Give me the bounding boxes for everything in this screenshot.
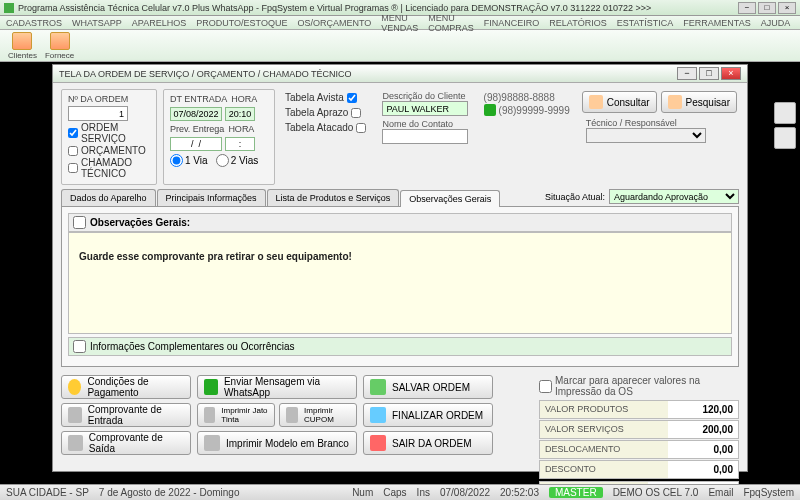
- chk-chamado[interactable]: [68, 163, 78, 173]
- menu-financeiro[interactable]: FINANCEIRO: [484, 18, 540, 28]
- enviar-whatsapp-button[interactable]: Enviar Mensagem via WhatsApp: [197, 375, 357, 399]
- app-icon: [4, 3, 14, 13]
- toolbar-clientes[interactable]: Clientes: [6, 32, 39, 60]
- valor-servicos: 200,00: [668, 421, 738, 438]
- menu-relatorios[interactable]: RELATÓRIOS: [549, 18, 606, 28]
- document-icon: [68, 407, 82, 423]
- comp-saida-button[interactable]: Comprovante de Saída: [61, 431, 191, 455]
- menu-vendas[interactable]: MENU VENDAS: [381, 13, 418, 33]
- tech-label: Técnico / Responsável: [586, 118, 706, 128]
- observations-textarea[interactable]: Guarde esse comprovante pra retirar o se…: [68, 232, 732, 334]
- comp-entrada-button[interactable]: Comprovante de Entrada: [61, 403, 191, 427]
- menu-ajuda[interactable]: AJUDA: [761, 18, 791, 28]
- menu-cadastros[interactable]: CADASTROS: [6, 18, 62, 28]
- coin-icon: [68, 379, 81, 395]
- chk-aprazo[interactable]: [351, 108, 361, 118]
- entry-date-input[interactable]: [170, 107, 222, 121]
- main-toolbar: Clientes Fornece: [0, 30, 800, 62]
- situation-label: Situação Atual:: [545, 192, 605, 202]
- menu-ferramentas[interactable]: FERRAMENTAS: [683, 18, 750, 28]
- window-controls: − □ ×: [738, 2, 796, 14]
- save-icon: [370, 379, 386, 395]
- status-date-long: 7 de Agosto de 2022 - Domingo: [99, 487, 240, 498]
- status-time: 20:52:03: [500, 487, 539, 498]
- dialog-close[interactable]: ×: [721, 67, 741, 80]
- tab-principais-info[interactable]: Principais Informações: [157, 189, 266, 206]
- chk-orcamento[interactable]: [68, 146, 78, 156]
- phone-1: (98)98888-8888: [484, 92, 555, 103]
- chk-obs-gerais[interactable]: [73, 216, 86, 229]
- valor-desconto: 0,00: [668, 461, 738, 478]
- situation-select[interactable]: Aguardando Aprovação: [609, 189, 739, 204]
- check-icon: [370, 407, 386, 423]
- order-dialog: TELA DA ORDEM DE SERVIÇO / ORÇAMENTO / C…: [52, 64, 748, 472]
- close-button[interactable]: ×: [778, 2, 796, 14]
- status-master: MASTER: [549, 487, 603, 498]
- chk-info-comp[interactable]: [73, 340, 86, 353]
- menu-produto[interactable]: PRODUTO/ESTOQUE: [196, 18, 287, 28]
- client-desc-input[interactable]: [382, 101, 467, 116]
- dialog-maximize[interactable]: □: [699, 67, 719, 80]
- menu-whatsapp[interactable]: WHATSAPP: [72, 18, 122, 28]
- status-ins: Ins: [417, 487, 430, 498]
- status-city: SUA CIDADE - SP: [6, 487, 89, 498]
- dialog-titlebar: TELA DA ORDEM DE SERVIÇO / ORÇAMENTO / C…: [53, 65, 747, 83]
- imprimir-jato-button[interactable]: Imprimir Jato Tinta: [197, 403, 275, 427]
- status-num: Num: [352, 487, 373, 498]
- status-date: 07/08/2022: [440, 487, 490, 498]
- radio-1via[interactable]: [170, 154, 183, 167]
- tab-content: Observações Gerais: Guarde esse comprova…: [61, 207, 739, 367]
- pesquisar-button[interactable]: Pesquisar: [661, 91, 737, 113]
- toolbar-fornece[interactable]: Fornece: [43, 32, 76, 60]
- contact-input[interactable]: [382, 129, 467, 144]
- status-email[interactable]: Email: [708, 487, 733, 498]
- salvar-ordem-button[interactable]: SALVAR ORDEM: [363, 375, 493, 399]
- imprimir-modelo-button[interactable]: Imprimir Modelo em Branco: [197, 431, 357, 455]
- chk-atacado[interactable]: [356, 123, 366, 133]
- cond-pagamento-button[interactable]: Condições de Pagamento: [61, 375, 191, 399]
- chk-avista[interactable]: [347, 93, 357, 103]
- document-icon: [68, 435, 83, 451]
- side-tool-2[interactable]: [774, 127, 796, 149]
- valor-produtos: 120,00: [668, 401, 738, 418]
- minimize-button[interactable]: −: [738, 2, 756, 14]
- menu-compras[interactable]: MENU COMPRAS: [428, 13, 474, 33]
- search-icon: [589, 95, 603, 109]
- order-number-input[interactable]: [68, 106, 128, 121]
- status-fpq[interactable]: FpqSystem: [743, 487, 794, 498]
- status-demo: DEMO OS CEL 7.0: [613, 487, 699, 498]
- people-icon: [12, 32, 32, 50]
- finalizar-ordem-button[interactable]: FINALIZAR ORDEM: [363, 403, 493, 427]
- exit-icon: [370, 435, 386, 451]
- workarea: TELA DA ORDEM DE SERVIÇO / ORÇAMENTO / C…: [0, 62, 800, 482]
- contact-label: Nome do Contato: [382, 119, 467, 129]
- chk-ordem-servico[interactable]: [68, 128, 78, 138]
- prev-date-input[interactable]: [170, 137, 222, 151]
- maximize-button[interactable]: □: [758, 2, 776, 14]
- main-menubar: CADASTROS WHATSAPP APARELHOS PRODUTO/EST…: [0, 16, 800, 30]
- tab-observacoes[interactable]: Observações Gerais: [400, 190, 500, 207]
- people-icon: [50, 32, 70, 50]
- side-toolbar: [774, 102, 796, 149]
- radio-2vias[interactable]: [216, 154, 229, 167]
- sair-ordem-button[interactable]: SAIR DA ORDEM: [363, 431, 493, 455]
- chk-show-values[interactable]: [539, 380, 552, 393]
- valor-deslocamento: 0,00: [668, 441, 738, 458]
- tab-dados-aparelho[interactable]: Dados do Aparelho: [61, 189, 156, 206]
- menu-aparelhos[interactable]: APARELHOS: [132, 18, 186, 28]
- menu-os[interactable]: OS/ORÇAMENTO: [297, 18, 371, 28]
- printer-icon: [204, 407, 215, 423]
- whatsapp-icon[interactable]: [484, 104, 496, 116]
- entry-time-input[interactable]: [225, 107, 255, 121]
- menu-estatistica[interactable]: ESTATÍSTICA: [617, 18, 674, 28]
- side-tool-1[interactable]: [774, 102, 796, 124]
- dialog-minimize[interactable]: −: [677, 67, 697, 80]
- status-bar: SUA CIDADE - SP 7 de Agosto de 2022 - Do…: [0, 484, 800, 500]
- consultar-button[interactable]: Consultar: [582, 91, 657, 113]
- status-caps: Caps: [383, 487, 406, 498]
- tab-produtos-servicos[interactable]: Lista de Produtos e Serviços: [267, 189, 400, 206]
- printer-icon: [204, 435, 220, 451]
- prev-time-input[interactable]: [225, 137, 255, 151]
- imprimir-cupom-button[interactable]: Imprimir CUPOM: [279, 403, 357, 427]
- tech-select[interactable]: [586, 128, 706, 143]
